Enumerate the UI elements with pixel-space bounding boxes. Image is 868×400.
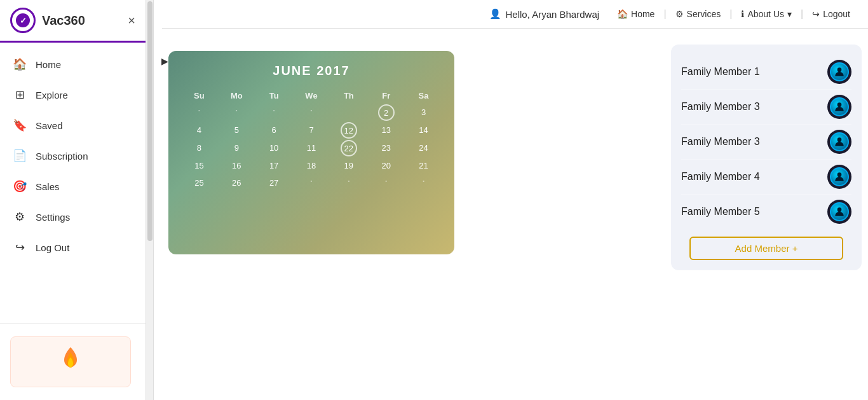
sidebar-item-home[interactable]: 🏠 Home: [0, 49, 146, 79]
cal-day-25[interactable]: 25: [181, 175, 217, 191]
cal-day-16[interactable]: 23: [368, 140, 404, 156]
topnav-logout-icon: ↪: [812, 9, 820, 19]
add-member-button[interactable]: Add Member +: [689, 237, 843, 260]
topnav-home-label: Home: [631, 9, 654, 19]
cal-day-17[interactable]: 24: [405, 140, 442, 156]
topnav-home-link[interactable]: 🏠 Home: [612, 6, 660, 22]
family-member-item-1[interactable]: Family Member 1: [681, 55, 851, 90]
logo-circle: ✓: [10, 8, 36, 33]
family-member-item-4[interactable]: Family Member 4: [681, 160, 851, 195]
topnav-home-icon: 🏠: [617, 9, 628, 19]
cal-day-9[interactable]: 13: [368, 122, 404, 139]
sidebar-logo: ✓ Vac360: [10, 8, 85, 33]
sidebar-item-logout[interactable]: ↪ Log Out: [0, 232, 146, 263]
fire-icon: [55, 346, 86, 378]
sidebar-nav: 🏠 Home ⊞ Explore 🔖 Saved 📄 Subscription …: [0, 43, 146, 323]
topnav-services-icon: ⚙: [675, 9, 684, 19]
cal-day-27[interactable]: 27: [256, 175, 292, 191]
cal-header-fr: Fr: [368, 88, 404, 103]
sidebar-item-sales-label: Sales: [36, 181, 60, 192]
cal-day-10[interactable]: 14: [405, 122, 442, 139]
cal-day-12[interactable]: 9: [219, 140, 255, 156]
cal-header-we: We: [294, 88, 330, 103]
cal-dot-empty4: •: [405, 175, 442, 191]
settings-icon: ⚙: [13, 210, 27, 224]
cal-header-su: Su: [181, 88, 217, 103]
cal-day-26[interactable]: 26: [219, 175, 255, 191]
sidebar-item-subscription[interactable]: 📄 Subscription: [0, 141, 146, 171]
scroll-thumb[interactable]: [147, 1, 153, 241]
sidebar-item-home-label: Home: [36, 59, 61, 70]
cal-day-15[interactable]: 22: [341, 140, 357, 156]
svg-point-3: [837, 172, 842, 177]
topnav-services-label: Services: [687, 9, 721, 19]
cal-day-20[interactable]: 17: [256, 158, 292, 174]
family-member-5-name: Family Member 5: [681, 206, 760, 217]
member-avatar-4[interactable]: [827, 165, 851, 189]
svg-point-0: [837, 67, 842, 72]
sidebar-item-settings[interactable]: ⚙ Settings: [0, 202, 146, 232]
sidebar-item-explore[interactable]: ⊞ Explore: [0, 79, 146, 110]
sidebar-close-button[interactable]: ×: [128, 13, 135, 28]
topnav-logout-link[interactable]: ↪ Logout: [807, 6, 855, 22]
cal-day-dot: •: [256, 104, 292, 121]
cal-dot-empty3: •: [368, 175, 404, 191]
sidebar-item-explore-label: Explore: [36, 90, 68, 100]
cal-day-dot: •: [181, 104, 217, 121]
cal-day-24[interactable]: 21: [405, 158, 442, 174]
greeting-text: Hello, Aryan Bhardwaj: [505, 9, 599, 20]
sidebar-item-settings-label: Settings: [36, 212, 70, 223]
cal-day-3[interactable]: 3: [405, 104, 442, 121]
avatar-inner-4: [830, 167, 849, 186]
cal-day-4[interactable]: 4: [181, 122, 217, 139]
cal-header-sa: Sa: [405, 88, 442, 103]
cal-day-22[interactable]: 19: [330, 158, 367, 174]
scrollbar[interactable]: [146, 0, 154, 400]
family-member-item-5[interactable]: Family Member 5: [681, 195, 851, 229]
family-member-item-2[interactable]: Family Member 3: [681, 90, 851, 125]
cal-day-1[interactable]: 2: [378, 104, 395, 121]
cal-day-19[interactable]: 16: [219, 158, 255, 174]
cal-day-8[interactable]: 12: [341, 122, 357, 139]
sidebar-header: ✓ Vac360 ×: [0, 0, 146, 43]
cal-day-21[interactable]: 18: [294, 158, 330, 174]
sidebar-item-saved[interactable]: 🔖 Saved: [0, 110, 146, 141]
cal-day-18[interactable]: 15: [181, 158, 217, 174]
saved-icon: 🔖: [13, 118, 27, 132]
cal-day-dot: •: [219, 104, 255, 121]
family-member-2-name: Family Member 3: [681, 101, 760, 113]
cal-day-5[interactable]: 5: [219, 122, 255, 139]
avatar-inner-1: [830, 62, 849, 81]
topnav-about-label: About Us: [747, 9, 784, 19]
nav-separator-3: |: [801, 8, 803, 20]
nav-separator-2: |: [729, 8, 732, 20]
cal-day-13[interactable]: 10: [256, 140, 292, 156]
cal-day-14[interactable]: 11: [294, 140, 330, 156]
avatar-inner-3: [830, 132, 849, 151]
family-member-4-name: Family Member 4: [681, 171, 760, 183]
sidebar-item-sales[interactable]: 🎯 Sales: [0, 171, 146, 202]
cal-day-11[interactable]: 8: [181, 140, 217, 156]
cal-header-tu: Tu: [256, 88, 292, 103]
cal-day-6[interactable]: 6: [256, 122, 292, 139]
topnav-about-link[interactable]: ℹ About Us ▾: [736, 6, 797, 22]
member-avatar-1[interactable]: [827, 60, 851, 84]
calendar-grid: Su Mo Tu We Th Fr Sa • • • • 2 3 4 5 6 7…: [181, 88, 442, 191]
cal-header-mo: Mo: [219, 88, 255, 103]
cal-day-7[interactable]: 7: [294, 122, 330, 139]
cal-day-dot: •: [294, 104, 330, 121]
member-avatar-5[interactable]: [827, 200, 851, 224]
avatar-inner-5: [830, 202, 849, 221]
svg-point-1: [837, 102, 842, 107]
family-member-item-3[interactable]: Family Member 3: [681, 125, 851, 160]
cal-header-th: Th: [330, 88, 367, 103]
family-panel: Family Member 1 Family Member 3 Family M…: [671, 45, 862, 270]
nav-separator-1: |: [663, 8, 666, 20]
sales-icon: 🎯: [13, 179, 27, 193]
sidebar-footer: [0, 323, 146, 400]
topnav-services-link[interactable]: ⚙ Services: [670, 6, 726, 22]
member-avatar-3[interactable]: [827, 130, 851, 154]
cal-day-23[interactable]: 20: [368, 158, 404, 174]
member-avatar-2[interactable]: [827, 95, 851, 119]
cal-day-empty[interactable]: [330, 104, 367, 121]
